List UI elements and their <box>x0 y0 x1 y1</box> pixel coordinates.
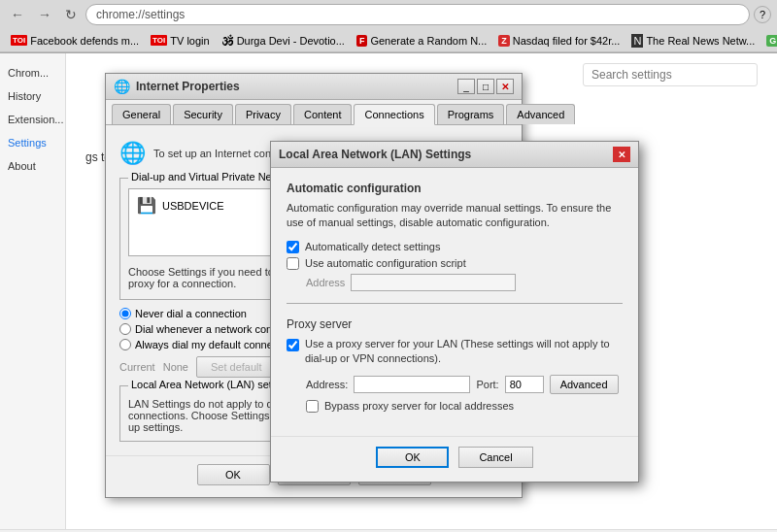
bypass-checkbox[interactable] <box>306 400 319 413</box>
lan-titlebar-btns: ✕ <box>613 147 630 162</box>
bypass-label: Bypass proxy server for local addresses <box>324 400 514 412</box>
proxy-server-section: Proxy server Use a proxy server for your… <box>287 317 623 413</box>
proxy-use-row: Use a proxy server for your LAN (These s… <box>287 337 623 367</box>
auto-detect-row: Automatically detect settings <box>287 241 623 253</box>
tab-connections[interactable]: Connections <box>354 104 434 125</box>
address-input[interactable] <box>351 274 516 291</box>
auto-detect-label: Automatically detect settings <box>305 241 440 252</box>
auto-script-row: Use automatic configuration script <box>287 257 623 270</box>
proxy-use-checkbox[interactable] <box>287 339 299 351</box>
address-label: Address <box>306 277 345 288</box>
g-icon: G <box>766 35 777 47</box>
browser-content: Chrom... History Extension... Settings A… <box>0 53 777 529</box>
forward-button[interactable]: → <box>33 5 56 24</box>
toi-icon: TOI <box>11 35 27 46</box>
bookmark-label: Durga Devi - Devotio... <box>237 35 345 47</box>
sidebar: Chrom... History Extension... Settings A… <box>0 53 66 529</box>
bookmark-label: Facebook defends m... <box>30 35 139 47</box>
lan-ok-button[interactable]: OK <box>376 447 449 468</box>
auto-config-desc: Automatic configuration may override man… <box>287 201 623 231</box>
sidebar-item-settings[interactable]: Settings <box>0 131 65 154</box>
usb-icon: 💾 <box>137 196 156 215</box>
lan-cancel-button[interactable]: Cancel <box>458 447 532 468</box>
ok-button[interactable]: OK <box>197 464 270 485</box>
bookmark-random[interactable]: F Generate a Random N... <box>352 33 491 49</box>
tab-programs[interactable]: Programs <box>437 104 505 124</box>
auto-script-checkbox[interactable] <box>287 257 299 270</box>
tab-security[interactable]: Security <box>173 104 233 124</box>
proxy-divider <box>287 303 623 304</box>
tab-advanced[interactable]: Advanced <box>506 104 575 124</box>
auto-config-section: Automatic configuration Automatic config… <box>287 182 623 291</box>
minimize-button[interactable]: _ <box>457 79 475 94</box>
radio-dial-when-input[interactable] <box>119 323 131 335</box>
current-label: Current <box>119 361 155 373</box>
sidebar-item-history[interactable]: History <box>0 84 65 108</box>
bookmark-top100[interactable]: G Top 100 B... <box>761 33 777 49</box>
bookmark-label: Generate a Random N... <box>370 35 487 47</box>
lan-settings-dialog: Local Area Network (LAN) Settings ✕ Auto… <box>270 141 639 482</box>
lan-title: Local Area Network (LAN) Settings <box>279 148 471 161</box>
tab-general[interactable]: General <box>112 104 171 124</box>
radio-always-dial-input[interactable] <box>119 339 131 350</box>
maximize-button[interactable]: □ <box>477 79 494 94</box>
lan-titlebar: Local Area Network (LAN) Settings ✕ <box>271 142 638 168</box>
f-icon: F <box>356 35 368 47</box>
auto-detect-checkbox[interactable] <box>287 241 299 253</box>
toi-icon-2: TOI <box>151 35 167 46</box>
bookmark-realnews[interactable]: N The Real News Netw... <box>626 32 760 50</box>
bookmarks-bar: TOI Facebook defends m... TOI TV login 🕉… <box>0 29 777 52</box>
lan-close-button[interactable]: ✕ <box>613 147 630 162</box>
bypass-row: Bypass proxy server for local addresses <box>306 400 623 413</box>
main-content: gs to connect to the network. 🌐 Internet… <box>66 53 777 529</box>
bookmark-label: The Real News Netw... <box>646 35 755 47</box>
browser-nav-bar: ← → ↻ chrome://settings ? <box>0 0 777 29</box>
close-button[interactable]: ✕ <box>496 79 514 94</box>
reload-button[interactable]: ↻ <box>60 5 82 24</box>
lan-footer: OK Cancel <box>271 436 638 482</box>
help-button[interactable]: ? <box>754 6 771 23</box>
proxy-addr-label: Address: <box>306 379 348 390</box>
auto-script-label: Use automatic configuration script <box>305 257 466 269</box>
radio-never-dial-input[interactable] <box>119 308 131 319</box>
proxy-use-label: Use a proxy server for your LAN (These s… <box>305 337 623 367</box>
internet-props-icon: 🌐 <box>114 79 130 94</box>
dialog-overlay: 🌐 Internet Properties _ □ ✕ General Secu… <box>66 53 777 529</box>
sidebar-item-extensions[interactable]: Extension... <box>0 108 65 131</box>
proxy-server-title: Proxy server <box>287 317 623 331</box>
usbdevice-label: USBDEVICE <box>162 200 224 212</box>
internet-props-title: Internet Properties <box>136 80 240 93</box>
bookmark-facebook[interactable]: TOI Facebook defends m... <box>6 33 144 49</box>
sidebar-item-chrome[interactable]: Chrom... <box>0 61 65 84</box>
bookmark-nasdaq[interactable]: Z Nasdaq filed for $42r... <box>493 33 625 49</box>
lan-body: Automatic configuration Automatic config… <box>271 168 638 426</box>
dialog-tabs: General Security Privacy Content Connect… <box>106 100 522 125</box>
internet-props-titlebar: 🌐 Internet Properties _ □ ✕ <box>106 74 522 100</box>
radio-never-label: Never dial a connection <box>135 308 247 319</box>
bookmark-label: Nasdaq filed for $42r... <box>513 35 621 47</box>
advanced-button[interactable]: Advanced <box>550 375 619 394</box>
address-row: Address <box>306 274 623 291</box>
globe-icon: 🌐 <box>119 141 146 166</box>
back-button[interactable]: ← <box>6 5 29 24</box>
browser-chrome: ← → ↻ chrome://settings ? TOI Facebook d… <box>0 0 777 53</box>
news-icon: N <box>631 34 643 48</box>
bookmark-durga[interactable]: 🕉 Durga Devi - Devotio... <box>217 31 350 50</box>
tab-privacy[interactable]: Privacy <box>235 104 291 124</box>
address-text: chrome://settings <box>96 8 185 21</box>
set-default-button[interactable]: Set default <box>196 356 277 378</box>
address-bar[interactable]: chrome://settings <box>85 4 750 25</box>
current-value: None <box>163 361 188 373</box>
durga-icon: 🕉 <box>221 33 234 48</box>
proxy-address-input[interactable] <box>354 376 470 393</box>
sidebar-item-about[interactable]: About <box>0 154 65 178</box>
bookmark-label: TV login <box>170 35 209 47</box>
bookmark-tvlogin[interactable]: TOI TV login <box>146 33 215 49</box>
titlebar-buttons: _ □ ✕ <box>457 79 514 94</box>
port-label: Port: <box>476 379 498 390</box>
proxy-addr-row: Address: Port: Advanced <box>306 375 623 394</box>
z-icon: Z <box>498 35 510 47</box>
auto-config-title: Automatic configuration <box>287 182 623 195</box>
port-input[interactable] <box>505 376 544 393</box>
tab-content[interactable]: Content <box>293 104 353 124</box>
